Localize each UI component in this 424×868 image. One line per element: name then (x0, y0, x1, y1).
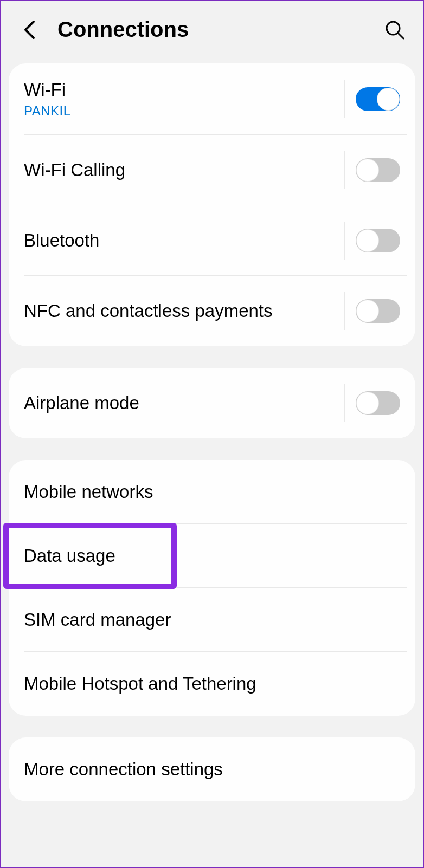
settings-group: Mobile networks Data usage SIM card mana… (9, 460, 415, 716)
bluetooth-toggle[interactable] (356, 229, 400, 252)
search-icon[interactable] (383, 18, 407, 42)
airplane-mode-row[interactable]: Airplane mode (9, 368, 415, 438)
sim-card-manager-row[interactable]: SIM card manager (9, 588, 415, 652)
wifi-calling-toggle[interactable] (356, 158, 400, 182)
airplane-mode-label: Airplane mode (24, 393, 344, 413)
sim-card-manager-label: SIM card manager (24, 610, 400, 630)
svg-line-1 (398, 33, 403, 38)
wifi-toggle[interactable] (356, 87, 400, 111)
settings-group: More connection settings (9, 737, 415, 801)
nfc-toggle[interactable] (356, 299, 400, 323)
data-usage-row[interactable]: Data usage (9, 524, 415, 588)
wifi-calling-label: Wi-Fi Calling (24, 160, 344, 180)
back-icon[interactable] (17, 18, 41, 42)
data-usage-label: Data usage (24, 546, 400, 566)
nfc-row[interactable]: NFC and contactless payments (9, 276, 415, 346)
wifi-network-name: PANKIL (24, 103, 344, 119)
mobile-hotspot-label: Mobile Hotspot and Tethering (24, 673, 400, 694)
bluetooth-row[interactable]: Bluetooth (9, 205, 415, 276)
wifi-label: Wi-Fi (24, 80, 344, 100)
mobile-hotspot-row[interactable]: Mobile Hotspot and Tethering (9, 652, 415, 716)
more-connection-settings-row[interactable]: More connection settings (9, 737, 415, 801)
mobile-networks-label: Mobile networks (24, 482, 400, 502)
wifi-row[interactable]: Wi-Fi PANKIL (9, 63, 415, 135)
page-title: Connections (57, 17, 383, 42)
airplane-mode-toggle[interactable] (356, 391, 400, 415)
nfc-label: NFC and contactless payments (24, 301, 344, 321)
settings-group: Airplane mode (9, 368, 415, 438)
content: Wi-Fi PANKIL Wi-Fi Calling Bluetooth (1, 63, 423, 801)
bluetooth-label: Bluetooth (24, 230, 344, 251)
header: Connections (1, 1, 423, 63)
settings-group: Wi-Fi PANKIL Wi-Fi Calling Bluetooth (9, 63, 415, 346)
wifi-calling-row[interactable]: Wi-Fi Calling (9, 135, 415, 205)
mobile-networks-row[interactable]: Mobile networks (9, 460, 415, 524)
more-connection-settings-label: More connection settings (24, 759, 400, 780)
